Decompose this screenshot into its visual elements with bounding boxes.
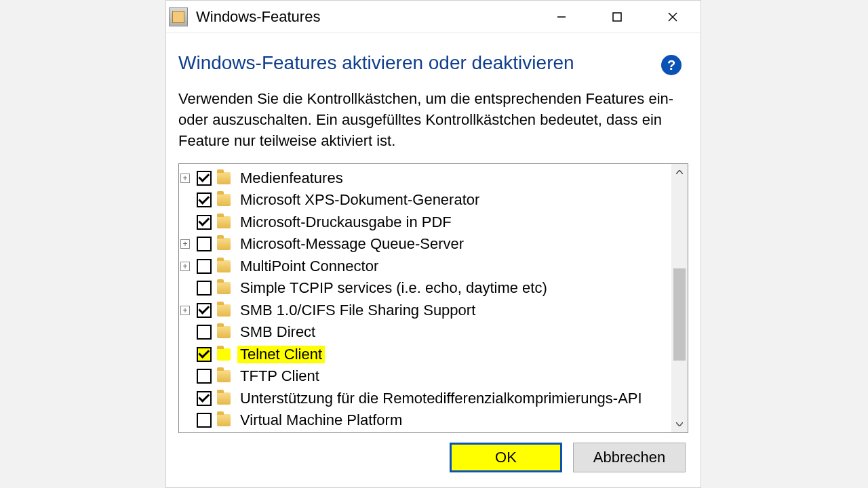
feature-row[interactable]: Microsoft-Druckausgabe in PDF [180,211,670,233]
feature-checkbox[interactable] [197,171,212,186]
svg-rect-1 [613,13,621,21]
expander-spacer [180,350,190,359]
scroll-up-button[interactable] [671,164,688,180]
expand-icon[interactable]: + [180,262,190,271]
app-icon [169,7,188,26]
dialog-heading: Windows-Features aktivieren oder deaktiv… [178,52,574,74]
feature-label: Simple TCPIP services (i.e. echo, daytim… [237,279,550,297]
feature-row[interactable]: Virtual Machine Platform [180,409,670,432]
feature-checkbox[interactable] [197,237,212,251]
folder-icon [217,194,231,206]
feature-row[interactable]: +Medienfeatures [180,167,670,189]
feature-label: TFTP Client [237,367,322,385]
folder-icon [217,282,231,294]
window-title: Windows-Features [196,8,534,26]
feature-label: Medienfeatures [237,169,346,187]
feature-label: MultiPoint Connector [237,258,381,275]
expander-spacer [180,195,190,205]
feature-checkbox[interactable] [197,192,212,207]
feature-checkbox[interactable] [197,281,212,296]
close-button[interactable] [645,1,701,33]
help-icon[interactable]: ? [661,55,682,75]
cancel-button[interactable]: Abbrechen [573,443,686,472]
feature-label: SMB Direct [237,323,318,341]
folder-icon [217,348,231,361]
expand-icon[interactable]: + [180,239,190,249]
feature-label: Unterstützung für die Remotedifferenzial… [237,390,645,407]
feature-label: SMB 1.0/CIFS File Sharing Support [237,302,478,319]
maximize-button[interactable] [589,1,645,33]
minimize-button[interactable] [534,1,589,33]
expander-spacer [180,218,190,227]
titlebar[interactable]: Windows-Features [166,1,701,33]
expand-icon[interactable]: + [180,174,190,183]
folder-icon [217,238,231,250]
feature-checkbox[interactable] [197,347,212,362]
feature-label: Microsoft XPS-Dokument-Generator [237,191,482,209]
folder-icon [217,392,231,405]
feature-checkbox[interactable] [197,215,212,230]
feature-row[interactable]: Unterstützung für die Remotedifferenzial… [180,387,670,409]
folder-icon [217,414,231,426]
dialog-content: Windows-Features aktivieren oder deaktiv… [166,33,701,487]
expander-spacer [180,371,190,381]
scroll-thumb[interactable] [673,268,686,361]
feature-row[interactable]: +SMB 1.0/CIFS File Sharing Support [180,299,670,321]
feature-row[interactable]: Telnet Client [180,343,670,365]
folder-icon [217,172,231,184]
feature-row[interactable]: +Microsoft-Message Queue-Server [180,233,670,256]
folder-icon [217,326,231,338]
feature-checkbox[interactable] [197,259,212,274]
feature-label: Virtual Machine Platform [237,411,405,429]
feature-row[interactable]: Simple TCPIP services (i.e. echo, daytim… [180,277,670,300]
feature-tree: +MedienfeaturesMicrosoft XPS-Dokument-Ge… [178,163,688,433]
feature-row[interactable]: Microsoft XPS-Dokument-Generator [180,189,670,211]
scrollbar[interactable] [671,164,688,432]
feature-checkbox[interactable] [197,303,212,318]
expander-spacer [180,394,190,403]
expander-spacer [180,415,190,425]
folder-icon [217,260,231,272]
expander-spacer [180,327,190,337]
folder-icon [217,216,231,228]
folder-icon [217,370,231,382]
dialog-description: Verwenden Sie die Kontrollkästchen, um d… [178,89,688,151]
windows-features-dialog: Windows-Features Windows-Features aktivi… [165,0,701,488]
feature-row[interactable]: +MultiPoint Connector [180,255,670,277]
feature-checkbox[interactable] [197,413,212,428]
folder-icon [217,304,231,317]
ok-button[interactable]: OK [450,443,562,472]
window-controls [534,1,701,33]
feature-label: Microsoft-Druckausgabe in PDF [237,214,454,231]
feature-list[interactable]: +MedienfeaturesMicrosoft XPS-Dokument-Ge… [179,164,671,432]
feature-row[interactable]: SMB Direct [180,321,670,344]
feature-label: Microsoft-Message Queue-Server [237,235,467,253]
expander-spacer [180,283,190,293]
scroll-down-button[interactable] [671,416,688,432]
dialog-buttons: OK Abbrechen [178,433,688,472]
feature-row[interactable]: TFTP Client [180,365,670,388]
feature-label: Telnet Client [237,346,325,363]
feature-checkbox[interactable] [197,325,212,340]
expand-icon[interactable]: + [180,306,190,315]
feature-checkbox[interactable] [197,369,212,384]
feature-checkbox[interactable] [197,391,212,406]
